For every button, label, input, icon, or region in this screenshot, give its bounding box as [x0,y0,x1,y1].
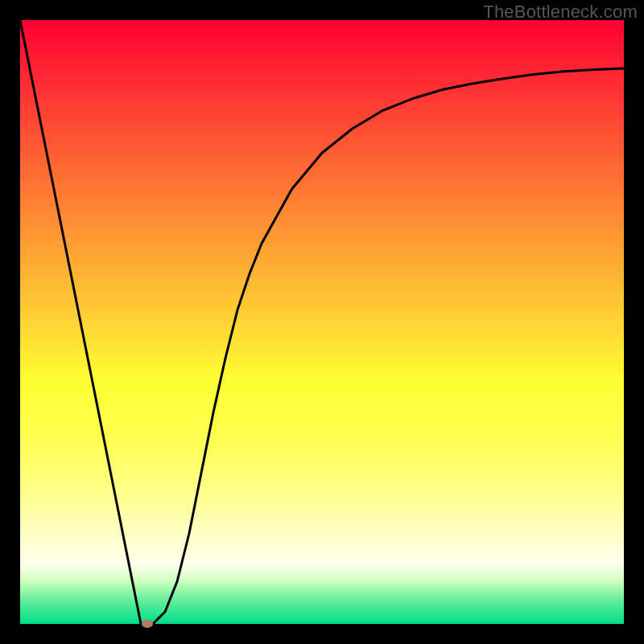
optimal-point-marker [142,620,153,628]
watermark-text: TheBottleneck.com [483,2,638,23]
chart-plot-area [20,20,624,624]
